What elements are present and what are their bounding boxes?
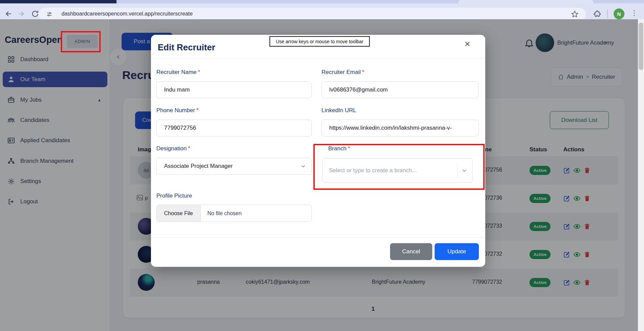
required-asterisk: * bbox=[198, 69, 200, 75]
close-icon[interactable]: × bbox=[462, 38, 473, 50]
designation-label: Designation* bbox=[156, 145, 312, 152]
browser-tab-highlight[interactable] bbox=[458, 0, 593, 3]
back-button[interactable] bbox=[4, 9, 13, 18]
annotation-box-admin bbox=[61, 31, 101, 52]
cancel-button[interactable]: Cancel bbox=[390, 243, 432, 260]
scrollbar-thumb[interactable] bbox=[639, 23, 643, 70]
browser-tab-strip bbox=[0, 0, 644, 3]
reload-button[interactable] bbox=[31, 10, 39, 18]
modal-header-divider bbox=[151, 58, 485, 59]
browser-menu-icon[interactable]: ⋮ bbox=[631, 9, 636, 17]
browser-profile-avatar[interactable]: N bbox=[614, 8, 624, 19]
recruiter-name-field[interactable] bbox=[156, 81, 312, 98]
browser-toolbar: dashboardcareersopencom.vercel.app/recru… bbox=[0, 3, 644, 19]
url-text[interactable]: dashboardcareersopencom.vercel.app/recru… bbox=[61, 11, 193, 17]
phone-number-label: Phone Number* bbox=[156, 107, 312, 114]
tune-icon[interactable] bbox=[46, 11, 53, 18]
recruiter-email-label: Recruiter Email* bbox=[321, 69, 479, 76]
browser-window: dashboardcareersopencom.vercel.app/recru… bbox=[0, 0, 644, 331]
bookmark-star-icon[interactable] bbox=[571, 10, 579, 18]
required-asterisk: * bbox=[188, 145, 190, 152]
browser-tab[interactable] bbox=[0, 0, 117, 3]
phone-number-field[interactable] bbox=[156, 120, 312, 136]
forward-button[interactable] bbox=[17, 9, 26, 18]
modal-title: Edit Recruiter bbox=[158, 42, 215, 53]
designation-select[interactable]: Associate Project Manager bbox=[156, 158, 312, 175]
recruiter-name-label: Recruiter Name* bbox=[156, 69, 312, 76]
modal-footer-divider bbox=[151, 237, 485, 238]
chevron-down-icon bbox=[301, 163, 306, 169]
toolbar-divider bbox=[607, 9, 608, 19]
required-asterisk: * bbox=[196, 107, 199, 113]
profile-picture-file-input[interactable]: Choose File No file chosen bbox=[156, 205, 312, 222]
choose-file-button[interactable]: Choose File bbox=[157, 205, 201, 222]
recruiter-email-field[interactable] bbox=[321, 81, 479, 98]
file-status-text: No file chosen bbox=[207, 210, 241, 217]
page-scrollbar[interactable] bbox=[638, 19, 644, 331]
extensions-icon[interactable] bbox=[593, 10, 601, 18]
update-button[interactable]: Update bbox=[435, 243, 479, 260]
linkedin-url-field[interactable] bbox=[321, 120, 479, 136]
required-asterisk: * bbox=[362, 69, 364, 75]
annotation-box-branch bbox=[313, 144, 485, 190]
linkedin-url-label: LinkedIn URL bbox=[321, 107, 479, 114]
toolbar-hint-tooltip: Use arrow keys or mouse to move toolbar bbox=[269, 36, 370, 47]
profile-picture-label: Profile Picture bbox=[156, 193, 312, 199]
